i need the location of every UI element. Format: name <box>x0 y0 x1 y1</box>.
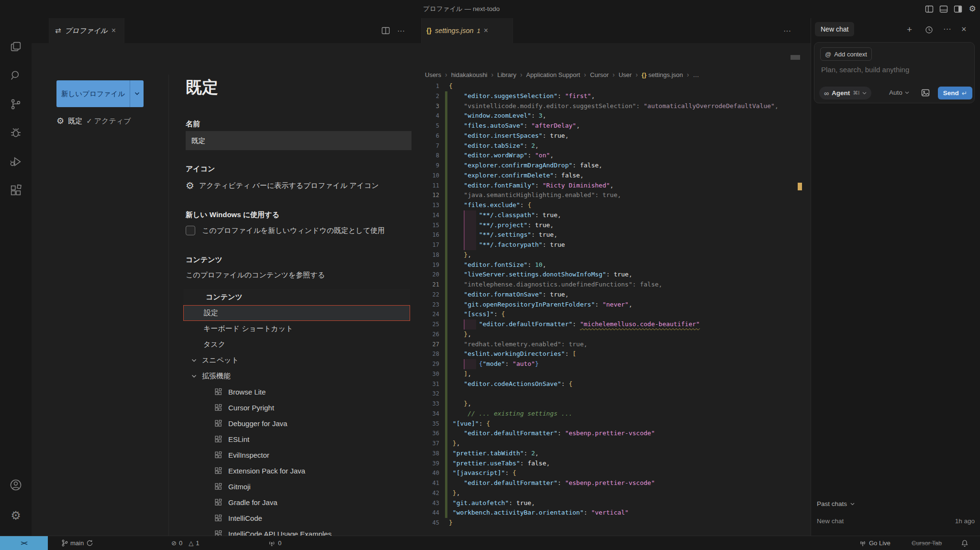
breadcrumb-item[interactable]: User <box>619 71 632 78</box>
past-chats-toggle[interactable]: Past chats <box>817 500 855 507</box>
git-added-gutter <box>445 419 447 429</box>
agent-mode-selector[interactable]: ∞ Agent ⌘I <box>819 87 871 99</box>
tree-row[interactable]: キーボード ショートカット <box>183 321 410 337</box>
model-selector[interactable]: Auto <box>889 89 909 96</box>
git-added-gutter <box>445 319 447 330</box>
use-for-new-windows-checkbox[interactable] <box>186 226 195 235</box>
breadcrumb-item[interactable]: Users <box>425 71 441 78</box>
tree-row[interactable]: ESLint <box>183 431 410 447</box>
tree-row-label: スニペット <box>202 356 239 365</box>
explorer-icon[interactable] <box>9 40 22 54</box>
cursor-tab-item[interactable]: Cursor Tab <box>912 536 942 550</box>
name-input[interactable]: 既定 <box>186 131 412 150</box>
debug-icon[interactable] <box>9 126 22 140</box>
problems-item[interactable]: ⊘ 0 △ 1 <box>171 536 199 550</box>
split-editor-icon[interactable] <box>381 26 390 35</box>
chevron-down-icon <box>862 92 867 95</box>
close-icon[interactable]: × <box>484 27 488 34</box>
git-added-gutter <box>445 399 447 409</box>
tree-row[interactable]: スニペット <box>183 352 410 368</box>
infinity-icon: ∞ <box>824 89 829 97</box>
extension-icon <box>214 404 223 412</box>
chat-more-icon[interactable]: ··· <box>943 24 951 34</box>
code-line: 1{ <box>417 81 800 91</box>
git-added-gutter <box>445 309 447 319</box>
json-editor-body[interactable]: Users›hidakakoushi›Library›Application S… <box>417 43 811 536</box>
return-icon: ↵ <box>962 89 967 97</box>
send-button[interactable]: Send ↵ <box>938 87 972 99</box>
chat-close-icon[interactable]: × <box>961 24 967 34</box>
breadcrumb-item[interactable]: Cursor <box>590 71 609 78</box>
code-line: 44 "workbench.activityBar.orientation": … <box>417 508 800 518</box>
toggle-panel-left-icon[interactable] <box>924 4 934 14</box>
new-chat-plus-icon[interactable]: + <box>907 24 912 35</box>
tree-row[interactable]: Cursor Pyright <box>183 400 410 416</box>
code-line: 41 "editor.defaultFormatter": "esbenp.pr… <box>417 478 800 488</box>
git-added-gutter <box>445 101 447 111</box>
tree-row[interactable]: Browse Lite <box>183 384 410 400</box>
tree-row[interactable]: Debugger for Java <box>183 416 410 431</box>
contents-description: このプロファイルのコンテンツを参照する <box>186 271 325 280</box>
tree-row[interactable]: Gitmoji <box>183 479 410 495</box>
tree-row[interactable]: タスク <box>183 337 410 352</box>
gear-icon: ⚙ <box>186 180 194 191</box>
chat-input-card[interactable]: @ Add context Plan, search, build anythi… <box>814 42 975 103</box>
remote-indicator[interactable]: >< <box>0 536 48 550</box>
breadcrumb-item[interactable]: hidakakoushi <box>451 71 488 78</box>
tree-row[interactable]: Gradle for Java <box>183 495 410 510</box>
toggle-panel-right-icon[interactable] <box>953 4 963 14</box>
go-live-item[interactable]: Go Live <box>859 536 891 550</box>
extensions-icon[interactable] <box>9 184 22 197</box>
breadcrumb[interactable]: Users›hidakakoushi›Library›Application S… <box>425 69 699 80</box>
toggle-panel-bottom-icon[interactable] <box>939 4 948 14</box>
more-actions-icon[interactable]: ··· <box>397 27 405 35</box>
notifications-item[interactable] <box>961 536 969 550</box>
run-and-debug-icon[interactable] <box>9 155 22 168</box>
attach-image-icon[interactable] <box>921 88 930 98</box>
profile-list-item-default[interactable]: ⚙ 既定 ✓ アクティブ <box>56 116 131 126</box>
ports-item[interactable]: 0 <box>268 536 281 550</box>
new-profile-dropdown[interactable] <box>130 80 144 107</box>
profile-icon-row[interactable]: ⚙ アクティビティ バーに表示するプロファイル アイコン <box>186 180 379 191</box>
settings-gear-icon[interactable]: ⚙ <box>9 509 22 522</box>
code-line: 3 "vsintellicode.modify.editor.suggestSe… <box>417 101 800 111</box>
titlebar-gear-icon[interactable]: ⚙ <box>968 4 977 14</box>
tree-row-label: IntelliCode <box>228 514 262 522</box>
breadcrumb-item[interactable]: Application Support <box>526 71 580 78</box>
tree-row[interactable]: Extension Pack for Java <box>183 463 410 479</box>
editor-more-actions-icon[interactable]: ··· <box>783 27 791 35</box>
code-area[interactable]: 1{2 "editor.suggestSelection": "first",3… <box>417 80 811 550</box>
tree-row[interactable]: IntelliCode API Usage Examples <box>183 526 410 536</box>
account-icon[interactable] <box>9 478 22 492</box>
new-window-section-label: 新しい Windows に使用する <box>186 210 279 220</box>
tab-profiles[interactable]: ⇄ プロファイル × <box>49 18 124 43</box>
tree-row[interactable]: EvilInspector <box>183 447 410 463</box>
add-context-chip[interactable]: @ Add context <box>820 47 872 61</box>
tree-header: コンテンツ <box>183 289 410 305</box>
tab-settings-json[interactable]: {} settings.json 1 × <box>421 18 513 43</box>
code-line: 26 }, <box>417 330 800 340</box>
chat-tab-new-chat[interactable]: New chat <box>815 22 854 36</box>
new-profile-button[interactable]: 新しいプロファイル <box>56 80 144 107</box>
tree-row[interactable]: IntelliCode <box>183 510 410 526</box>
past-chat-item[interactable]: New chat1h ago <box>817 515 975 527</box>
chat-input-placeholder[interactable]: Plan, search, build anything <box>821 66 909 74</box>
tree-row[interactable]: 拡張機能 <box>183 368 410 384</box>
scrollbar-thumb[interactable] <box>791 55 800 60</box>
code-line: 13 "files.exclude": { <box>417 200 800 210</box>
breadcrumb-item[interactable]: … <box>693 71 699 78</box>
search-icon[interactable] <box>9 69 22 82</box>
tree-row[interactable]: 設定 <box>183 305 410 321</box>
new-profile-button-label[interactable]: 新しいプロファイル <box>56 80 130 107</box>
breadcrumb-item[interactable]: Library <box>497 71 516 78</box>
git-branch-item[interactable]: main <box>61 536 93 550</box>
history-icon[interactable] <box>925 26 933 34</box>
close-icon[interactable]: × <box>111 27 116 34</box>
past-chats-label: Past chats <box>817 500 847 507</box>
breadcrumb-separator: › <box>445 71 447 78</box>
git-added-gutter <box>445 200 447 210</box>
tree-row-label: Gradle for Java <box>228 498 278 506</box>
breadcrumb-item[interactable]: {}settings.json <box>642 71 683 78</box>
bell-icon <box>961 539 969 547</box>
source-control-icon[interactable] <box>9 98 22 111</box>
